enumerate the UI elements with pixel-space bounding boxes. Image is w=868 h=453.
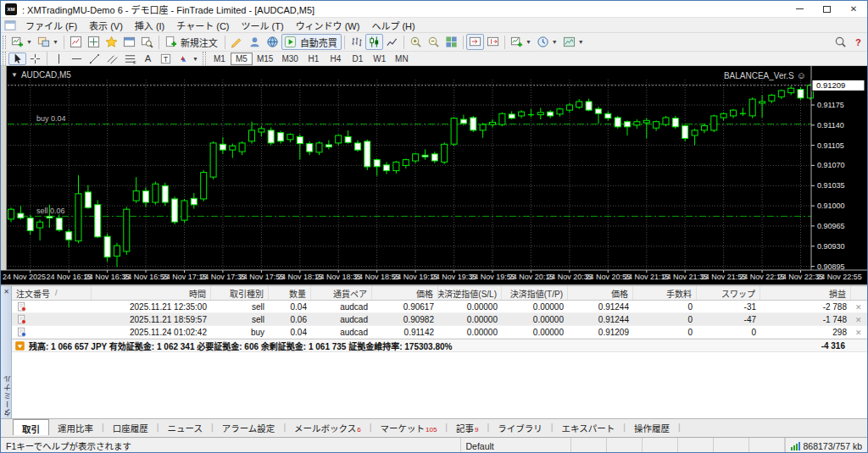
dropdown-caret-icon[interactable]: ▼ [578, 39, 584, 45]
crosshair-button[interactable] [26, 52, 44, 65]
tab-11[interactable]: 操作履歴 [626, 419, 678, 435]
summary-expand-icon[interactable] [14, 340, 25, 351]
column-header-13[interactable] [851, 286, 868, 300]
orders-table-header[interactable]: 注文番号/時間取引種別数量通貨ペア価格決済逆指値(S/L)決済指値(T/P)価格… [12, 286, 868, 301]
navigator-button[interactable] [103, 34, 120, 50]
column-header-3[interactable]: 取引種別 [211, 286, 269, 300]
chart-panel[interactable]: buy 0.04sell 0.060.911750.911400.911050.… [1, 66, 868, 285]
price-chart[interactable]: buy 0.04sell 0.060.911750.911400.911050.… [1, 66, 868, 285]
channel-button[interactable] [103, 52, 121, 65]
zoom-out-button[interactable] [425, 34, 442, 50]
data-window-button[interactable] [85, 34, 103, 50]
tab-2[interactable]: 運用比率 [49, 419, 102, 435]
timeframe-h1-button[interactable]: H1 [303, 52, 325, 65]
periods-button[interactable]: ▼ [534, 34, 560, 50]
tab-1[interactable]: 取引 [13, 419, 49, 435]
menu-item[interactable]: ファイル (F) [19, 17, 83, 34]
text-label-button[interactable]: T [157, 52, 175, 65]
maximize-button[interactable] [813, 1, 840, 17]
column-header-5[interactable]: 通貨ペア [311, 286, 372, 300]
menu-item[interactable]: 表示 (V) [83, 17, 129, 34]
column-header-11[interactable]: スワップ [697, 286, 760, 300]
cursor-button[interactable] [8, 52, 26, 65]
arrows-button[interactable]: ▼ [175, 52, 201, 65]
menu-item[interactable]: 挿入 (I) [129, 17, 170, 34]
tab-3[interactable]: 口座履歴 [104, 419, 157, 435]
one-click-trading-toggle-icon[interactable]: ▼ [11, 71, 18, 79]
timeframe-m1-button[interactable]: M1 [209, 52, 231, 65]
expert-advisor-label[interactable]: BALANCEA_Ver.S ☺ [724, 70, 806, 80]
timeframe-w1-button[interactable]: W1 [369, 52, 391, 65]
column-header-6[interactable]: 価格 [372, 286, 438, 300]
new-chart-button[interactable]: ▼ [8, 34, 35, 50]
search-button[interactable] [832, 34, 849, 50]
chart-window-icon[interactable] [4, 20, 16, 30]
tile-windows-button[interactable] [442, 34, 460, 50]
menu-item[interactable]: ウィンドウ (W) [290, 17, 366, 34]
toolbar-grip[interactable] [3, 52, 6, 65]
chart-symbol-label[interactable]: ▼ AUDCAD,M5 [11, 70, 71, 80]
column-header-4[interactable]: 数量 [269, 286, 311, 300]
terminal-close-button[interactable]: ✕ [3, 288, 10, 296]
autotrading-button[interactable]: 自動売買 [281, 34, 342, 50]
bar-chart-button[interactable] [348, 34, 365, 50]
status-profile[interactable]: Default [461, 438, 571, 453]
vertical-line-button[interactable] [50, 52, 68, 65]
line-chart-button[interactable] [383, 34, 401, 50]
close-position-button[interactable]: ✕ [855, 316, 862, 324]
timeframe-m5-button[interactable]: M5 [231, 52, 253, 65]
column-header-8[interactable]: 決済指値(T/P) [502, 286, 568, 300]
timeframe-m30-button[interactable]: M30 [277, 52, 302, 65]
tab-9[interactable]: ライブラリ [489, 419, 551, 435]
order-row[interactable]: 2025.11.21 18:59:57sell0.06audcad0.90982… [12, 313, 868, 326]
text-button[interactable]: A [139, 52, 157, 65]
timeframe-d1-button[interactable]: D1 [347, 52, 369, 65]
horizontal-line-button[interactable] [68, 52, 86, 65]
help-button[interactable]: ? [849, 34, 867, 50]
tab-8[interactable]: 記事9 [448, 419, 487, 435]
close-button[interactable]: ✕ [840, 1, 867, 17]
tab-5[interactable]: アラーム設定 [214, 419, 284, 435]
column-header-1[interactable]: 注文番号/ [12, 286, 92, 300]
timeframe-mn-button[interactable]: MN [391, 52, 413, 65]
column-header-2[interactable]: 時間 [92, 286, 211, 300]
fibonacci-button[interactable]: F [121, 52, 139, 65]
menu-item[interactable]: ツール (T) [236, 17, 290, 34]
strategy-tester-button[interactable] [138, 34, 156, 50]
order-close[interactable]: ✕ [851, 328, 868, 337]
auto-scroll-button[interactable] [466, 34, 484, 50]
column-header-7[interactable]: 決済逆指値(S/L) [438, 286, 502, 300]
order-row[interactable]: 2025.11.24 01:02:42buy0.04audcad0.911420… [12, 326, 868, 339]
column-header-10[interactable]: 手数料 [633, 286, 697, 300]
menu-item[interactable]: ヘルプ (H) [365, 17, 420, 34]
dropdown-caret-icon[interactable]: ▼ [26, 39, 32, 45]
indicators-button[interactable]: ▼ [508, 34, 534, 50]
column-header-12[interactable]: 損益 [760, 286, 851, 300]
chart-shift-button[interactable] [484, 34, 502, 50]
market-watch-button[interactable] [67, 34, 85, 50]
menu-item[interactable]: チャート (C) [170, 17, 235, 34]
timeframe-m15-button[interactable]: M15 [253, 52, 277, 65]
order-close[interactable]: ✕ [851, 302, 868, 312]
order-row[interactable]: 2025.11.21 12:35:00sell0.04audcad0.90617… [12, 301, 868, 313]
tab-7[interactable]: マーケット105 [371, 419, 445, 435]
templates-button[interactable]: ▼ [560, 34, 587, 50]
dropdown-caret-icon[interactable]: ▼ [526, 39, 531, 45]
ea-smiley-icon[interactable]: ☺ [797, 70, 806, 80]
minimize-button[interactable] [786, 1, 813, 17]
metaeditor-button[interactable] [228, 34, 246, 50]
toolbar-grip[interactable] [3, 36, 6, 49]
order-close[interactable]: ✕ [851, 315, 868, 324]
timeframe-h4-button[interactable]: H4 [325, 52, 347, 65]
toolbar-grip[interactable] [203, 52, 206, 65]
close-position-button[interactable]: ✕ [855, 303, 862, 312]
close-position-button[interactable]: ✕ [855, 329, 862, 337]
tab-6[interactable]: メールボックス6 [286, 419, 370, 435]
dropdown-caret-icon[interactable]: ▼ [53, 39, 58, 45]
profiles-button[interactable]: ▼ [35, 34, 61, 50]
community-button[interactable] [246, 34, 264, 50]
webterminal-button[interactable] [264, 34, 281, 50]
tab-10[interactable]: エキスパート [554, 419, 624, 435]
trendline-button[interactable] [86, 52, 103, 65]
zoom-in-button[interactable] [407, 34, 425, 50]
